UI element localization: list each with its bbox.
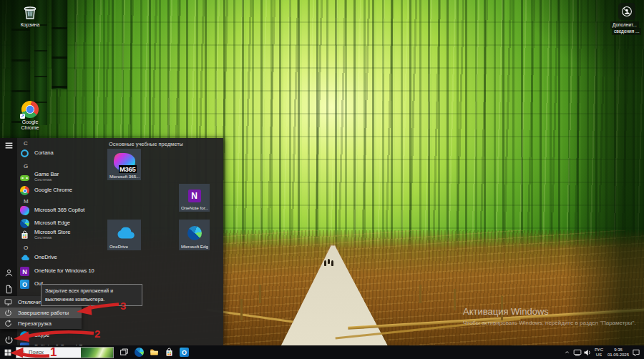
start-button[interactable]: [0, 345, 16, 359]
onenote-icon: N: [20, 267, 29, 276]
copilot-icon: [20, 206, 29, 215]
start-tile-onenote[interactable]: NOneNote for...: [179, 184, 210, 212]
shortcut-arrow-icon: ↗: [20, 114, 25, 119]
app-item-text: Game BarСистема: [34, 172, 59, 183]
volume-icon[interactable]: [582, 345, 592, 359]
taskbar-button-store[interactable]: [162, 345, 177, 359]
app-item-label: Skype: [34, 333, 49, 339]
monitor-icon: [4, 298, 12, 306]
desktop: Корзина ↗ Google Chrome Дополнит... свед…: [0, 0, 644, 359]
desktop-icon-google-chrome[interactable]: ↗ Google Chrome: [10, 101, 50, 131]
start-tile-onedrive[interactable]: OneDrive: [107, 220, 141, 250]
taskbar-button-edge[interactable]: [132, 345, 147, 359]
documents-icon[interactable]: [4, 285, 14, 294]
app-list-item-onenote-for-windows-10[interactable]: NOneNote for Windows 10: [20, 265, 107, 277]
edge-icon: [20, 219, 29, 228]
spotlight-person-slash-icon[interactable]: [618, 3, 635, 20]
activation-subtitle: Чтобы активировать Windows, перейдите в …: [463, 320, 636, 326]
spotlight-line-2[interactable]: сведения ...: [612, 28, 641, 35]
power-flyout-label: Перезагрузка: [18, 320, 52, 327]
app-item-label: OneNote for Windows 10: [34, 268, 94, 275]
app-item-label: Microsoft Store: [34, 230, 70, 236]
app-item-text: OneNote for Windows 10: [34, 268, 94, 275]
edge-icon: [187, 226, 202, 240]
onedrive-icon: [114, 227, 135, 239]
desktop-icon-label: Корзина: [10, 22, 50, 28]
app-item-text: Skype: [34, 333, 49, 339]
cortana-icon: [20, 149, 29, 158]
edge-icon: [135, 348, 144, 357]
activation-watermark: Активация Windows Чтобы активировать Win…: [463, 306, 636, 326]
app-list-item-microsoft-edge[interactable]: Microsoft Edge: [20, 217, 107, 230]
language-line-2: US: [595, 353, 603, 358]
taskbar-search-box[interactable]: Поиск: [16, 347, 114, 358]
app-item-text: Google Chrome: [34, 187, 72, 194]
user-account-icon[interactable]: [4, 268, 14, 277]
clock-date: 01.09.2025: [608, 353, 629, 358]
network-icon[interactable]: [572, 345, 582, 359]
tile-label: OneDrive: [109, 244, 128, 249]
store-icon: [20, 230, 29, 240]
app-list-item-onedrive[interactable]: OneDrive: [20, 252, 107, 264]
tile-label: Microsoft 365...: [109, 174, 140, 179]
power-icon: [4, 309, 12, 317]
gamebar-icon: [20, 172, 29, 182]
app-item-text: OneDrive: [34, 255, 57, 261]
app-section-header[interactable]: G: [24, 163, 28, 169]
windows-logo-icon: [4, 349, 11, 356]
language-line-1: РУС: [595, 348, 603, 353]
language-indicator[interactable]: РУС US: [595, 348, 603, 358]
tiles-group-heading: Основные учебные предметы: [109, 141, 183, 147]
power-flyout-item-3[interactable]: Перезагрузка: [0, 318, 82, 329]
action-center-icon[interactable]: [631, 345, 641, 359]
app-item-text: Microsoft Edge: [34, 220, 70, 227]
desktop-icon-recycle-bin[interactable]: Корзина: [10, 4, 50, 28]
app-list-item-skype[interactable]: SSkype: [20, 330, 107, 342]
app-item-label: Game Bar: [34, 172, 59, 178]
taskbar-button-explorer[interactable]: [147, 345, 162, 359]
power-flyout-item-2[interactable]: Завершение работы: [0, 308, 82, 318]
skype-icon: S: [20, 331, 29, 340]
app-item-sublabel: Система: [34, 235, 70, 240]
search-placeholder: Поиск: [29, 349, 44, 355]
chrome-icon: [20, 186, 29, 195]
app-item-sublabel: Система: [34, 177, 59, 182]
restart-icon: [4, 320, 12, 328]
recycle-bin-icon: [22, 4, 38, 21]
app-section-header[interactable]: C: [24, 140, 28, 147]
app-list-item-google-chrome[interactable]: Google Chrome: [20, 185, 107, 197]
taskbar-button-task-view[interactable]: [117, 345, 132, 359]
app-list-item-cortana[interactable]: Cortana: [20, 147, 107, 159]
taskbar-pinned-icons: O: [117, 345, 192, 359]
clock-time: 9:35: [608, 348, 629, 353]
tile-badge: M365: [119, 165, 137, 173]
app-section-header[interactable]: M: [24, 198, 29, 205]
taskbar-clock[interactable]: 9:35 01.09.2025: [608, 348, 629, 358]
power-button-icon[interactable]: [4, 335, 14, 345]
store-icon: [165, 348, 174, 357]
explorer-icon: [150, 348, 159, 357]
app-list-item-microsoft-365-copilot[interactable]: Microsoft 365 Copilot: [20, 205, 107, 217]
app-section-header[interactable]: O: [24, 245, 28, 251]
start-tile-edge[interactable]: Microsoft Edge: [179, 220, 210, 250]
app-item-label: Microsoft 365 Copilot: [34, 207, 84, 214]
power-flyout-label: Завершение работы: [18, 310, 69, 316]
app-item-label: Cortana: [34, 150, 54, 157]
hamburger-icon[interactable]: [4, 141, 14, 150]
tray-chevron-up-icon[interactable]: [562, 345, 572, 359]
outlook-icon: O: [180, 348, 189, 357]
outlook-icon: O: [20, 280, 29, 289]
app-list-item-game-bar[interactable]: Game BarСистема: [20, 171, 107, 183]
activation-title: Активация Windows: [463, 306, 636, 317]
desktop-icon-label: Google Chrome: [13, 119, 47, 131]
app-list-item-microsoft-store[interactable]: Microsoft StoreСистема: [20, 229, 107, 241]
app-item-label: OneDrive: [34, 255, 57, 261]
tile-label: OneNote for...: [181, 205, 208, 210]
app-item-label: Microsoft Edge: [34, 220, 70, 227]
task-view-icon: [119, 348, 129, 357]
search-icon: [20, 350, 26, 355]
search-highlight-image[interactable]: [81, 348, 113, 358]
start-tile-m365[interactable]: M365Microsoft 365...: [107, 149, 141, 180]
taskbar-button-outlook[interactable]: O: [177, 345, 192, 359]
onenote-icon: N: [188, 190, 201, 202]
